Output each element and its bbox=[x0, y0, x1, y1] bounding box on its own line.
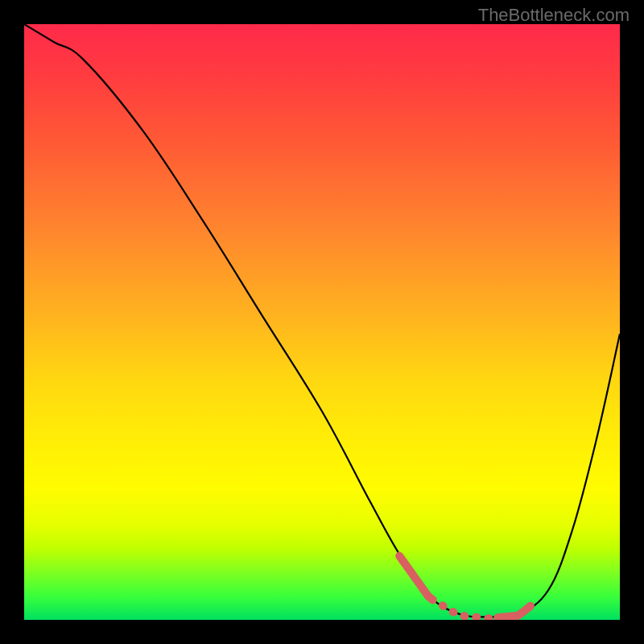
optimal-zone-marker-mid bbox=[432, 600, 497, 619]
chart-frame bbox=[0, 0, 644, 644]
chart-svg bbox=[24, 24, 620, 620]
plot-area bbox=[24, 24, 620, 620]
optimal-zone-marker-left bbox=[399, 556, 432, 600]
watermark-text: TheBottleneck.com bbox=[478, 5, 630, 26]
bottleneck-curve-line bbox=[24, 24, 620, 617]
optimal-zone-marker-right bbox=[497, 606, 530, 617]
